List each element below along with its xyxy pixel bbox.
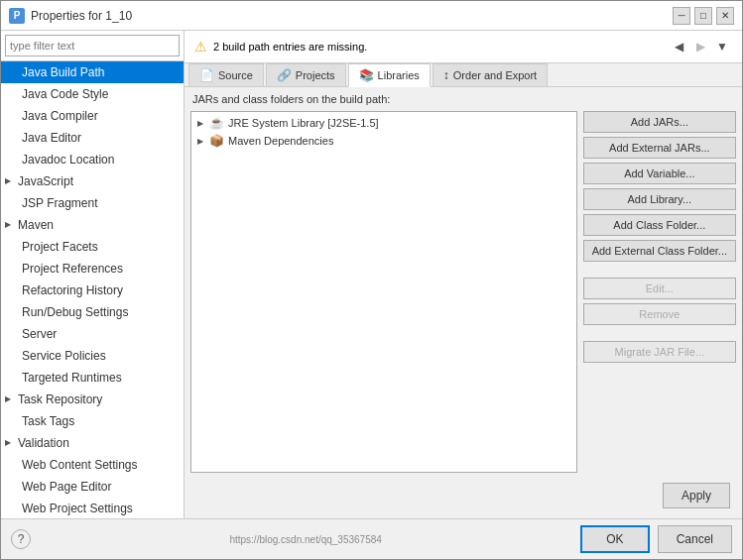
entry-arrow-maven-dependencies: ▶	[197, 137, 203, 146]
nav-arrows: ◀ ▶ ▼	[669, 37, 732, 56]
bottom-bar: ? https://blog.csdn.net/qq_35367584 OK C…	[1, 518, 742, 559]
tree-entry-jre-system-library[interactable]: ▶☕JRE System Library [J2SE-1.5]	[193, 114, 574, 132]
main-window: P Properties for 1_10 ─ □ ✕ Java Build P…	[0, 0, 743, 560]
sidebar-item-java-editor[interactable]: Java Editor	[1, 127, 184, 149]
sidebar-item-label-server: Server	[22, 325, 57, 343]
add-library-button[interactable]: Add Library...	[583, 188, 736, 210]
sidebar-item-label-java-code-style: Java Code Style	[22, 85, 108, 103]
sidebar-item-java-compiler[interactable]: Java Compiler	[1, 105, 184, 127]
sidebar-item-label-javadoc-location: Javadoc Location	[22, 151, 114, 168]
edit-button[interactable]: Edit...	[583, 278, 736, 299]
tab-source[interactable]: 📄Source	[188, 63, 264, 86]
nav-dropdown-button[interactable]: ▼	[712, 37, 732, 56]
tab-icon-libraries: 📚	[359, 68, 374, 82]
add-jars-button[interactable]: Add JARs...	[583, 111, 736, 133]
tab-icon-projects: 🔗	[277, 68, 292, 82]
warning-text: 2 build path entries are missing.	[213, 41, 367, 53]
tab-label-libraries: Libraries	[378, 69, 420, 81]
sidebar-item-label-maven: Maven	[18, 216, 54, 234]
nav-forward-button[interactable]: ▶	[690, 37, 710, 56]
close-button[interactable]: ✕	[716, 7, 734, 25]
tab-libraries[interactable]: 📚Libraries	[348, 63, 431, 87]
tree-entry-maven-dependencies[interactable]: ▶📦Maven Dependencies	[193, 132, 574, 150]
ok-button[interactable]: OK	[580, 525, 649, 553]
sidebar-item-label-java-editor: Java Editor	[22, 129, 81, 147]
sidebar-item-targeted-runtimes[interactable]: Targeted Runtimes	[1, 367, 184, 389]
sidebar-item-javascript[interactable]: ▶JavaScript	[1, 170, 184, 192]
sidebar-item-refactoring-history[interactable]: Refactoring History	[1, 280, 184, 301]
title-bar: P Properties for 1_10 ─ □ ✕	[1, 1, 742, 31]
sidebar-item-label-service-policies: Service Policies	[22, 347, 106, 365]
sidebar-item-run-debug-settings[interactable]: Run/Debug Settings	[1, 301, 184, 323]
sidebar-item-service-policies[interactable]: Service Policies	[1, 345, 184, 367]
sidebar-item-web-content-settings[interactable]: Web Content Settings	[1, 454, 184, 476]
sidebar-item-label-task-repository: Task Repository	[18, 391, 102, 408]
sidebar-item-label-task-tags: Task Tags	[22, 412, 74, 430]
sidebar-item-maven[interactable]: ▶Maven	[1, 214, 184, 236]
tab-order-and-export[interactable]: ↕Order and Export	[433, 63, 548, 86]
content-split: ▶☕JRE System Library [J2SE-1.5]▶📦Maven D…	[190, 111, 736, 473]
title-controls: ─ □ ✕	[673, 7, 734, 25]
sidebar-item-task-tags[interactable]: Task Tags	[1, 410, 184, 432]
sidebar-item-label-web-page-editor: Web Page Editor	[22, 478, 112, 496]
sidebar-item-javadoc-location[interactable]: Javadoc Location	[1, 149, 184, 170]
sidebar-item-web-page-editor[interactable]: Web Page Editor	[1, 476, 184, 498]
expand-arrow-javascript: ▶	[5, 172, 15, 190]
sidebar-item-server[interactable]: Server	[1, 323, 184, 345]
sidebar-item-label-validation: Validation	[18, 434, 69, 452]
sidebar-item-project-references[interactable]: Project References	[1, 258, 184, 280]
ok-cancel-buttons: OK Cancel	[580, 525, 732, 553]
sidebar-item-label-java-compiler: Java Compiler	[22, 107, 98, 125]
right-panel: ⚠ 2 build path entries are missing. ◀ ▶ …	[185, 31, 742, 518]
filter-input[interactable]	[5, 35, 180, 56]
content-area: Java Build Path Java Code Style Java Com…	[1, 31, 742, 518]
filter-box	[1, 31, 184, 61]
expand-arrow-task-repository: ▶	[5, 391, 15, 408]
migrate-jar-button[interactable]: Migrate JAR File...	[583, 341, 736, 363]
sidebar-item-task-repository[interactable]: ▶Task Repository	[1, 389, 184, 410]
tab-label-projects: Projects	[296, 69, 335, 81]
help-button[interactable]: ?	[11, 529, 31, 549]
sidebar-item-java-build-path[interactable]: Java Build Path	[1, 61, 184, 83]
warning-bar: ⚠ 2 build path entries are missing. ◀ ▶ …	[185, 31, 742, 63]
window-icon: P	[9, 8, 25, 24]
tree-panel[interactable]: ▶☕JRE System Library [J2SE-1.5]▶📦Maven D…	[190, 111, 577, 473]
nav-back-button[interactable]: ◀	[669, 37, 688, 56]
maximize-button[interactable]: □	[694, 7, 712, 25]
expand-arrow-maven: ▶	[5, 216, 15, 234]
tab-label-order-and-export: Order and Export	[453, 69, 537, 81]
sidebar-item-java-code-style[interactable]: Java Code Style	[1, 83, 184, 105]
sidebar-item-web-project-settings[interactable]: Web Project Settings	[1, 498, 184, 518]
sidebar-item-jsp-fragment[interactable]: JSP Fragment	[1, 192, 184, 214]
sidebar-item-label-project-references: Project References	[22, 260, 123, 278]
entry-arrow-jre-system-library: ▶	[197, 119, 203, 128]
entry-icon-jre-system-library: ☕	[209, 116, 224, 130]
tab-icon-source: 📄	[199, 68, 214, 82]
sidebar-item-project-facets[interactable]: Project Facets	[1, 236, 184, 258]
add-class-folder-button[interactable]: Add Class Folder...	[583, 214, 736, 236]
entry-label-jre-system-library: JRE System Library [J2SE-1.5]	[228, 117, 379, 129]
cancel-button[interactable]: Cancel	[658, 525, 732, 553]
tab-projects[interactable]: 🔗Projects	[266, 63, 346, 86]
jar-label: JARs and class folders on the build path…	[190, 93, 736, 105]
add-variable-button[interactable]: Add Variable...	[583, 163, 736, 184]
sidebar-item-label-refactoring-history: Refactoring History	[22, 281, 123, 299]
tab-label-source: Source	[218, 69, 253, 81]
title-bar-left: P Properties for 1_10	[9, 8, 132, 24]
tab-icon-order-and-export: ↕	[443, 68, 449, 82]
sidebar-item-label-web-project-settings: Web Project Settings	[22, 500, 133, 517]
sidebar-item-label-targeted-runtimes: Targeted Runtimes	[22, 369, 122, 387]
status-url: https://blog.csdn.net/qq_35367584	[225, 533, 385, 546]
apply-button[interactable]: Apply	[663, 483, 730, 508]
window-title: Properties for 1_10	[31, 9, 132, 23]
sidebar-item-label-java-build-path: Java Build Path	[22, 63, 104, 81]
add-external-jars-button[interactable]: Add External JARs...	[583, 137, 736, 159]
remove-button[interactable]: Remove	[583, 303, 736, 325]
warning-icon: ⚠	[194, 39, 207, 55]
add-external-class-folder-button[interactable]: Add External Class Folder...	[583, 240, 736, 262]
button-spacer2	[583, 329, 736, 337]
button-spacer	[583, 266, 736, 274]
minimize-button[interactable]: ─	[673, 7, 690, 25]
sidebar-item-label-jsp-fragment: JSP Fragment	[22, 194, 97, 212]
sidebar-item-validation[interactable]: ▶Validation	[1, 432, 184, 454]
